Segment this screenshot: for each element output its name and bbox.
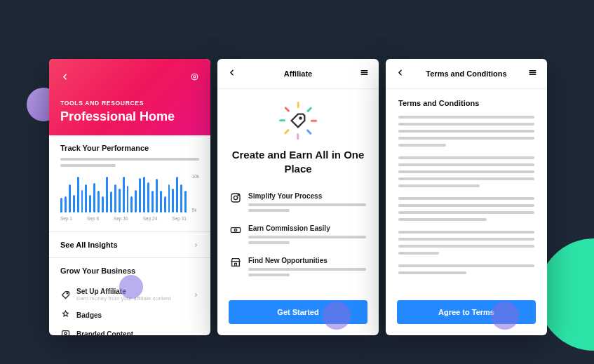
skeleton-line <box>398 177 534 180</box>
chart-bar <box>65 196 67 213</box>
terms-paragraph <box>398 231 534 255</box>
chart-y-label: 10k <box>192 174 199 179</box>
terms-paragraph <box>398 116 534 147</box>
svg-point-0 <box>191 74 198 80</box>
skeleton-line <box>248 274 290 276</box>
svg-point-4 <box>65 332 67 335</box>
chart-bar <box>164 196 166 213</box>
feature-title: Earn Commission Easily <box>248 224 366 232</box>
chart-bar <box>106 177 108 213</box>
terms-paragraph <box>398 197 534 221</box>
skeleton-line <box>398 163 534 166</box>
highlight-indicator <box>323 302 351 330</box>
skeleton-line <box>398 170 534 173</box>
menu-icon[interactable] <box>528 67 537 80</box>
chart-bar <box>93 183 95 213</box>
skeleton-line <box>398 116 534 119</box>
item-label: Branded Content <box>76 330 199 335</box>
money-icon <box>230 224 241 236</box>
terms-title: Terms and Conditions <box>398 99 534 107</box>
chart-x-label: Sep 24 <box>143 216 158 221</box>
feature-title: Simplify Your Process <box>248 192 366 200</box>
skeleton-line <box>248 209 290 212</box>
svg-point-10 <box>234 196 237 199</box>
chart-x-label: Sep 31 <box>172 216 187 221</box>
skeleton-line <box>398 156 534 159</box>
badge-icon <box>60 310 71 321</box>
chart-bar <box>143 177 145 213</box>
back-icon[interactable] <box>227 67 236 80</box>
chart-bar <box>81 190 83 213</box>
skeleton-line <box>248 241 290 244</box>
svg-point-1 <box>194 76 196 78</box>
section-title: Grow Your Business <box>60 267 199 275</box>
badges-item[interactable]: Badges <box>49 306 210 325</box>
svg-point-13 <box>234 229 236 231</box>
branded-content-item[interactable]: Branded Content <box>49 325 210 335</box>
chart-bar <box>130 196 133 213</box>
skeleton-line <box>398 231 534 234</box>
chart-bar <box>102 196 104 213</box>
chart-bar <box>135 190 137 213</box>
chevron-right-icon <box>193 292 199 298</box>
skeleton-line <box>398 123 534 126</box>
chart-bar <box>139 178 141 213</box>
tag-icon <box>60 290 71 300</box>
see-all-label: See All Insights <box>60 241 118 249</box>
chart-bar <box>119 189 121 213</box>
skeleton-line <box>398 197 534 200</box>
see-all-insights[interactable]: See All Insights <box>49 232 210 258</box>
screen-terms: Terms and Conditions Terms and Condition… <box>386 59 547 335</box>
chart-bar <box>147 182 149 213</box>
chart-bar <box>184 191 187 213</box>
highlight-indicator <box>491 302 519 330</box>
settings-icon[interactable] <box>190 72 199 84</box>
skeleton-line <box>60 164 116 167</box>
cta-label: Get Started <box>277 308 318 316</box>
back-icon[interactable] <box>60 72 69 84</box>
svg-rect-12 <box>231 228 240 233</box>
skeleton-line <box>398 218 487 221</box>
skeleton-line <box>398 264 534 267</box>
header-subtitle: TOOLS AND RESOURCES <box>60 100 199 107</box>
chart-bar <box>127 186 129 213</box>
skeleton-line <box>398 144 446 147</box>
chart-y-label: 5k <box>192 208 199 213</box>
chart-bar <box>69 184 71 213</box>
highlight-indicator <box>119 275 143 299</box>
chart-x-label: Sep 1 <box>60 216 72 221</box>
skeleton-line <box>248 203 366 206</box>
skeleton-line <box>398 130 534 133</box>
chart-bar <box>97 191 100 213</box>
skeleton-line <box>398 252 439 255</box>
terms-paragraph <box>398 156 534 187</box>
svg-point-11 <box>238 195 238 196</box>
skeleton-line <box>398 245 534 248</box>
back-icon[interactable] <box>396 67 405 80</box>
sparkle-icon <box>279 102 317 140</box>
chart-x-label: Sep 8 <box>87 216 99 221</box>
skeleton-line <box>398 137 534 140</box>
chevron-right-icon <box>193 242 199 248</box>
item-label: Badges <box>76 311 199 319</box>
skeleton-line <box>248 236 366 238</box>
header-title: Affiliate <box>284 69 312 78</box>
shop-icon <box>230 257 241 268</box>
chart-bar <box>60 198 62 213</box>
bar-chart: 10k 5k Sep 1Sep 8Sep 16Sep 24Sep 31 <box>60 174 199 223</box>
chart-bar <box>89 195 91 213</box>
cta-label: Agree to Terms <box>438 308 494 316</box>
skeleton-line <box>60 158 199 161</box>
instagram-icon <box>230 192 241 203</box>
skeleton-line <box>398 204 534 207</box>
menu-icon[interactable] <box>360 67 369 80</box>
svg-point-8 <box>299 117 301 119</box>
skeleton-line <box>398 211 534 214</box>
chart-bar <box>172 189 174 213</box>
screen-affiliate: Affiliate Create and Earn All in One Pla… <box>217 59 379 335</box>
section-title: Track Your Performance <box>60 144 199 152</box>
skeleton-line <box>398 271 466 274</box>
chart-bar <box>176 177 178 213</box>
terms-paragraph <box>398 264 534 274</box>
chart-bar <box>168 184 170 213</box>
